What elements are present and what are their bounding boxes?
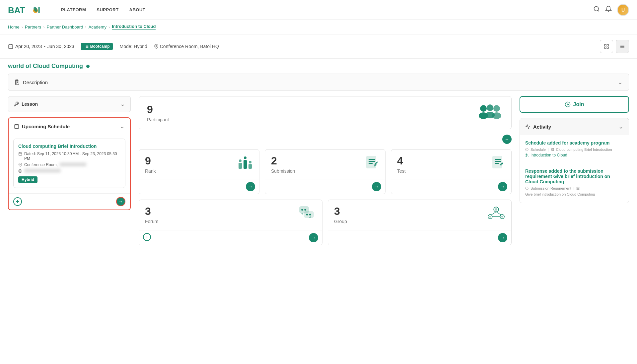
- schedule-chevron: ⌄: [120, 123, 125, 130]
- participant-arrow[interactable]: →: [502, 135, 512, 144]
- activity-item-meta-2: Submission Requirement | Give brief intr…: [525, 186, 623, 196]
- rank-card: 9 Rank: [139, 149, 259, 194]
- test-label: Test: [397, 168, 406, 174]
- view-toggle-grid[interactable]: [616, 40, 629, 53]
- nav-icons: U: [593, 4, 629, 16]
- live-indicator: [86, 65, 90, 68]
- svg-rect-96: [578, 189, 579, 190]
- card-hybrid-badge: Hybrid: [18, 176, 37, 183]
- activity-meta-icon-1: [525, 148, 529, 151]
- activity-icon: [525, 124, 531, 129]
- schedule-card-title[interactable]: Cloud computing Brief Introduction: [18, 144, 120, 149]
- group-icon: [487, 205, 505, 225]
- breadcrumb-academy[interactable]: Academy: [89, 25, 106, 30]
- forum-arrow[interactable]: →: [309, 233, 318, 242]
- search-icon[interactable]: [593, 6, 600, 14]
- activity-meta-name-1: Cloud computing Brief Introduction: [556, 148, 612, 152]
- activity-meta-type-1: Schedule: [531, 148, 546, 152]
- nav-links: PLATFORM SUPPORT ABOUT: [61, 7, 593, 12]
- group-arrow[interactable]: →: [498, 233, 507, 242]
- add-schedule-button[interactable]: +: [13, 197, 22, 206]
- schedule-header[interactable]: Upcoming Schedule ⌄: [9, 118, 130, 135]
- activity-meta-grid-icon-2: [576, 187, 580, 190]
- view-toggle-list[interactable]: [600, 40, 613, 53]
- course-header: Apr 20, 2023 - Jun 30, 2023 Bootcamp Mod…: [0, 34, 637, 59]
- activity-link-text-1: Introduction to Cloud: [531, 153, 567, 157]
- svg-rect-54: [493, 156, 502, 168]
- description-label-text: Description: [23, 80, 48, 85]
- svg-rect-82: [553, 148, 554, 149]
- breadcrumb-partner-dashboard[interactable]: Partner Dashboard: [47, 25, 83, 30]
- main-layout: Lesson ⌄ Upcoming Schedule ⌄ Cloud compu…: [0, 96, 637, 253]
- nav-about[interactable]: ABOUT: [129, 7, 146, 12]
- description-chevron: ⌄: [618, 79, 623, 86]
- svg-rect-84: [553, 150, 554, 151]
- location: Conference Room, Batoi HQ: [154, 44, 219, 49]
- schedule-date-text: Dated: Sep 11, 2023 10:30 AM - Sep 23, 2…: [24, 152, 120, 161]
- forum-add-button[interactable]: +: [143, 233, 151, 241]
- submission-number: 2: [271, 155, 295, 167]
- schedule-navigate-button[interactable]: →: [116, 197, 125, 206]
- submission-label: Submission: [271, 168, 295, 174]
- schedule-date-row: Dated: Sep 11, 2023 10:30 AM - Sep 23, 2…: [18, 152, 120, 161]
- activity-link-1[interactable]: Introduction to Cloud: [525, 153, 623, 157]
- breadcrumb-partners[interactable]: Partners: [25, 25, 41, 30]
- course-title: world of Cloud Computing: [8, 63, 83, 70]
- svg-rect-20: [607, 47, 608, 48]
- activity-meta-name-2: Give brief introduction on Cloud Computi…: [525, 192, 595, 196]
- activity-item-2: Response added to the submission require…: [520, 163, 629, 203]
- notification-icon[interactable]: [605, 6, 612, 14]
- activity-meta-type-2: Submission Requirement: [531, 186, 571, 190]
- svg-rect-46: [248, 164, 252, 169]
- rank-icon: [237, 155, 253, 174]
- activity-item-title-1[interactable]: Schedule added for academy program: [525, 140, 623, 146]
- svg-rect-27: [15, 125, 19, 129]
- forum-number: 3: [145, 205, 158, 217]
- breadcrumb: Home › Partners › Partner Dashboard › Ac…: [0, 20, 637, 34]
- svg-rect-18: [607, 44, 608, 46]
- forum-card: 3 Forum: [139, 200, 322, 245]
- svg-point-48: [244, 156, 247, 159]
- nav-platform[interactable]: PLATFORM: [61, 7, 86, 12]
- user-avatar[interactable]: U: [617, 4, 629, 16]
- calendar-icon: [8, 44, 13, 49]
- breadcrumb-home[interactable]: Home: [8, 25, 20, 30]
- svg-point-65: [309, 213, 311, 215]
- svg-point-85: [526, 154, 527, 155]
- svg-point-4: [594, 7, 599, 11]
- activity-meta-icon-2: [525, 187, 529, 190]
- activity-item-title-2[interactable]: Response added to the submission require…: [525, 168, 623, 184]
- submission-arrow[interactable]: →: [372, 182, 381, 191]
- activity-item-meta-1: Schedule | Cloud computing Brief Introdu…: [525, 148, 623, 152]
- activity-header[interactable]: Activity ⌄: [520, 118, 629, 135]
- submission-icon: [365, 155, 379, 172]
- lesson-dropdown[interactable]: Lesson ⌄: [8, 96, 131, 112]
- svg-point-43: [492, 112, 501, 119]
- right-panel: Join Activity ⌄ Schedule added for acade…: [520, 96, 629, 203]
- logo[interactable]: BAT I: [8, 3, 48, 17]
- rank-label: Rank: [145, 168, 156, 174]
- card-location-icon: [18, 163, 22, 167]
- svg-point-42: [493, 105, 500, 112]
- test-card: 4 Test: [391, 149, 512, 194]
- description-accordion[interactable]: Description ⌄: [8, 74, 629, 91]
- lesson-label-text: Lesson: [22, 101, 38, 107]
- forum-icon: [298, 205, 316, 225]
- rank-number: 9: [145, 155, 156, 167]
- svg-point-35: [20, 164, 21, 165]
- nav-support[interactable]: SUPPORT: [97, 7, 118, 12]
- test-number: 4: [397, 155, 406, 167]
- participant-label: Participant: [147, 117, 169, 122]
- svg-rect-93: [577, 187, 578, 188]
- bootcamp-icon: [84, 44, 89, 49]
- test-arrow[interactable]: →: [498, 182, 507, 191]
- svg-point-49: [249, 161, 251, 163]
- join-button[interactable]: Join: [520, 96, 629, 113]
- activity-panel: Activity ⌄ Schedule added for academy pr…: [520, 118, 629, 203]
- participant-icon: [477, 103, 503, 122]
- svg-point-74: [489, 216, 491, 217]
- submission-card: 2 Submission: [265, 149, 386, 194]
- date-range: Apr 20, 2023 - Jun 30, 2023: [8, 44, 74, 49]
- svg-line-89: [527, 154, 527, 155]
- rank-arrow[interactable]: →: [246, 182, 255, 191]
